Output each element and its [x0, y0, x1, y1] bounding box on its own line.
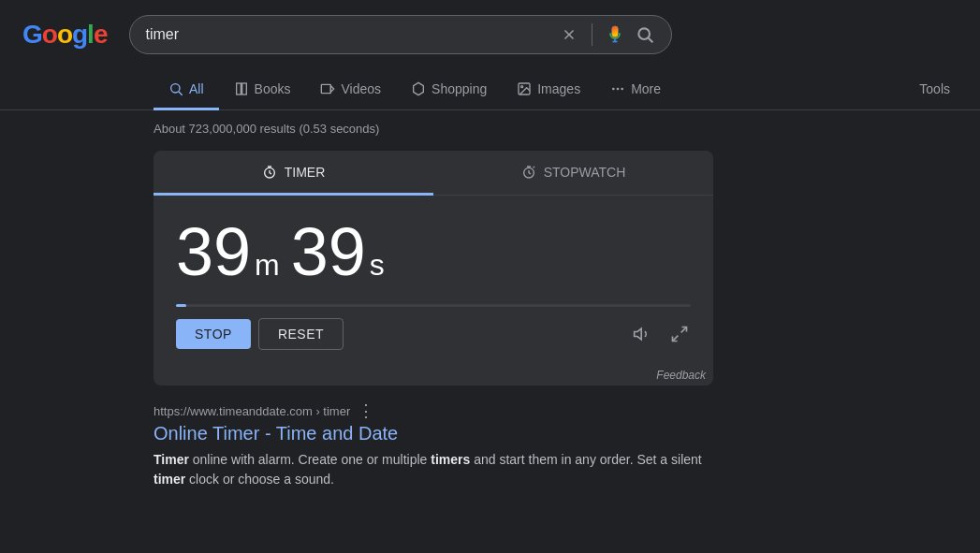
stopwatch-tab-icon [521, 165, 536, 180]
stop-button[interactable]: STOP [176, 319, 251, 349]
nav-item-tools[interactable]: Tools [904, 70, 980, 110]
timer-right-icons [631, 323, 691, 345]
nav-bar: All Books Videos Shopping Images [0, 69, 980, 110]
svg-point-14 [521, 86, 523, 88]
search-result: https://www.timeanddate.com › timer ⋮ On… [154, 400, 980, 489]
logo-l: l [87, 20, 94, 50]
svg-marker-12 [414, 82, 424, 95]
nav-shopping-label: Shopping [431, 81, 487, 96]
timer-seconds: 39 [291, 218, 366, 285]
nav-all-label: All [189, 81, 204, 96]
timer-progress-fill [176, 304, 186, 307]
svg-point-16 [617, 88, 620, 91]
svg-rect-8 [236, 83, 241, 95]
books-icon [234, 81, 249, 96]
tab-stopwatch-label: STOPWATCH [544, 165, 626, 180]
nav-item-books[interactable]: Books [219, 70, 306, 110]
reset-button[interactable]: RESET [258, 318, 344, 350]
svg-rect-10 [322, 84, 331, 93]
snippet-text-3: clock or choose a sound. [185, 472, 334, 487]
timer-unit-s: s [370, 248, 385, 283]
images-icon [517, 81, 532, 96]
nav-item-images[interactable]: Images [502, 70, 595, 110]
timer-unit-m: m [255, 248, 280, 283]
result-title[interactable]: Online Timer - Time and Date [154, 423, 980, 444]
result-url: https://www.timeanddate.com › timer [154, 404, 350, 418]
results-count: About 723,000,000 results (0.53 seconds) [154, 122, 980, 136]
nav-more-label: More [631, 81, 661, 96]
more-dots-icon [610, 81, 625, 96]
nav-item-more[interactable]: More [595, 70, 676, 110]
timer-tab-icon [262, 165, 277, 180]
svg-marker-11 [331, 86, 334, 93]
svg-line-25 [673, 336, 679, 342]
snippet-text-2: and start them in any order. Set a silen… [470, 452, 701, 467]
snippet-text-1: online with alarm. Create one or multipl… [189, 452, 431, 467]
nav-videos-label: Videos [341, 81, 381, 96]
timer-widget: TIMER STOPWATCH 39 m 39 s [154, 151, 713, 386]
result-url-line: https://www.timeanddate.com › timer ⋮ [154, 400, 980, 421]
tab-stopwatch[interactable]: STOPWATCH [433, 152, 713, 196]
timer-controls: STOP RESET [176, 318, 691, 350]
result-more-button[interactable]: ⋮ [358, 400, 374, 421]
nav-books-label: Books [255, 81, 291, 96]
nav-item-videos[interactable]: Videos [305, 70, 396, 110]
logo-g1: G [22, 20, 42, 50]
feedback-bar: Feedback [154, 365, 713, 386]
search-input[interactable]: timer [145, 26, 550, 43]
tab-timer[interactable]: TIMER [154, 152, 433, 196]
svg-marker-23 [635, 328, 642, 340]
tab-timer-label: TIMER [285, 165, 326, 180]
snippet-bold-timer: Timer [154, 452, 189, 467]
snippet-bold-timers: timers [431, 452, 470, 467]
svg-line-24 [681, 327, 687, 333]
timer-body: 39 m 39 s STOP RESET [154, 196, 713, 365]
svg-rect-9 [241, 83, 246, 95]
svg-line-22 [533, 167, 534, 167]
fullscreen-icon[interactable] [668, 323, 691, 345]
logo-o1: o [42, 20, 57, 50]
nav-item-all[interactable]: All [154, 70, 219, 110]
svg-point-17 [621, 88, 623, 91]
feedback-link[interactable]: Feedback [656, 369, 706, 382]
search-bar[interactable]: timer [129, 15, 672, 54]
clear-icon[interactable] [558, 23, 580, 46]
timer-display: 39 m 39 s [176, 218, 691, 285]
svg-point-4 [639, 28, 651, 39]
svg-line-7 [179, 92, 183, 95]
nav-images-label: Images [537, 81, 580, 96]
search-submit-icon[interactable] [634, 23, 656, 46]
timer-progress-bar [176, 304, 691, 307]
nav-tools-label: Tools [919, 81, 950, 96]
google-logo: Google [22, 20, 107, 50]
videos-icon [320, 81, 335, 96]
svg-line-5 [649, 38, 653, 43]
search-nav-icon [168, 81, 183, 96]
logo-e: e [94, 20, 108, 50]
search-divider [592, 23, 592, 46]
header: Google timer [0, 0, 980, 69]
nav-item-shopping[interactable]: Shopping [396, 70, 502, 110]
result-snippet: Timer online with alarm. Create one or m… [154, 450, 715, 489]
svg-point-6 [171, 84, 180, 93]
shopping-icon [411, 81, 426, 96]
snippet-bold-timer2: timer [154, 472, 185, 487]
timer-minutes: 39 [176, 218, 251, 285]
timer-tabs: TIMER STOPWATCH [154, 151, 713, 196]
svg-point-15 [612, 88, 615, 91]
microphone-icon[interactable] [604, 23, 626, 46]
volume-icon[interactable] [631, 323, 653, 345]
results-area: About 723,000,000 results (0.53 seconds)… [0, 110, 980, 489]
logo-g2: g [72, 20, 87, 50]
logo-o2: o [57, 20, 72, 50]
